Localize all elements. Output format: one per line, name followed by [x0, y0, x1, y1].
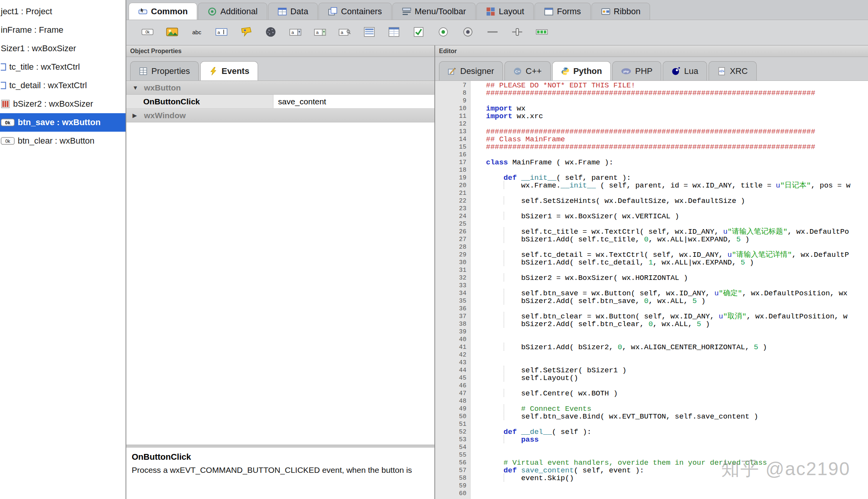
line-number: 47 — [435, 390, 466, 397]
editor-tab-label: Designer — [460, 66, 494, 76]
palette-tab-data[interactable]: Data — [268, 3, 318, 20]
list-box-tool-button[interactable] — [360, 23, 379, 42]
editor-header: Editor — [435, 45, 868, 57]
list-ctrl-tool-button[interactable] — [384, 23, 404, 42]
okbutton-icon: 0k — [1, 136, 15, 146]
static-text-tool-icon: abc — [191, 26, 203, 40]
tree-item-sizer1[interactable]: Sizer1 : wxBoxSizer — [0, 39, 126, 58]
button-tool-button[interactable]: 0k — [138, 23, 157, 42]
code-editor[interactable]: 7891011121314151617181920212223242526272… — [435, 81, 868, 499]
forms-tab-icon — [544, 7, 553, 16]
line-number: 48 — [435, 397, 466, 405]
bitmap-combo-tool-button[interactable]: a — [310, 23, 330, 42]
expander-icon[interactable]: ▶ — [132, 112, 139, 119]
line-number: 30 — [435, 259, 466, 266]
editor-tab-label: XRC — [730, 66, 747, 76]
tree-item-bsizer2[interactable]: bSizer2 : wxBoxSizer — [0, 95, 126, 113]
tree-item-tc-detail[interactable]: tc_detail : wxTextCtrl — [0, 76, 126, 95]
designer-icon — [448, 67, 456, 75]
line-number: 56 — [435, 459, 466, 467]
property-value[interactable]: save_content — [273, 95, 434, 108]
property-category-wxwindow[interactable]: ▶wxWindow — [126, 109, 434, 122]
gauge-tool-button[interactable] — [532, 23, 551, 42]
text-ctrl-tool-button[interactable]: a — [212, 23, 231, 42]
check-box-tool-button[interactable] — [409, 23, 428, 42]
cpp-icon: C+ — [513, 67, 522, 75]
textctrl-icon — [1, 62, 6, 72]
additional-tab-icon — [208, 7, 217, 16]
search-ctrl-tool-button[interactable]: a — [335, 23, 354, 42]
choice-tool-button[interactable] — [236, 23, 256, 42]
palette-tab-additional[interactable]: Additional — [198, 3, 267, 20]
svg-text:abc: abc — [192, 29, 201, 35]
svg-text:php: php — [623, 70, 629, 73]
property-row[interactable]: OnButtonClicksave_content — [126, 95, 434, 109]
line-number: 31 — [435, 266, 466, 274]
property-category-wxbutton[interactable]: ▼wxButton — [126, 81, 434, 95]
bitmap-button-tool-button[interactable] — [163, 23, 182, 42]
gauge-tool-icon — [536, 26, 548, 40]
tree-item-label: btn_clear : wxButton — [18, 136, 94, 146]
editor-tab-xrc[interactable]: </>XRC — [709, 61, 756, 80]
tree-item-tc-title[interactable]: tc_title : wxTextCtrl — [0, 58, 126, 76]
code-line: self.btn_save.Bind( wx.EVT_BUTTON, self.… — [486, 413, 868, 420]
code-line: bSizer1 = wx.BoxSizer( wx.VERTICAL ) — [486, 213, 868, 220]
line-number: 57 — [435, 467, 466, 474]
choice-tool-icon — [240, 26, 252, 40]
palette-tab-ribbon[interactable]: Ribbon — [592, 3, 650, 20]
editor-tab-designer[interactable]: Designer — [439, 61, 503, 80]
line-number: 15 — [435, 143, 466, 151]
tree-item-btn-clear[interactable]: 0kbtn_clear : wxButton — [0, 132, 126, 150]
code-line — [486, 97, 868, 105]
line-number: 17 — [435, 159, 466, 166]
toggle-button-tool-button[interactable] — [458, 23, 478, 42]
code-line — [486, 482, 868, 490]
line-number: 13 — [435, 128, 466, 136]
code-line: self.Layout() — [486, 374, 868, 382]
splitter-sash[interactable] — [126, 445, 434, 447]
palette-tab-forms[interactable]: Forms — [535, 3, 590, 20]
animation-ctrl-tool-button[interactable] — [261, 23, 280, 42]
line-number: 7 — [435, 82, 466, 89]
line-number: 11 — [435, 112, 466, 120]
editor-tab-php[interactable]: phpPHP — [612, 61, 661, 80]
code-line: bSizer1.Add( self.tc_detail, 1, wx.ALL|w… — [486, 259, 868, 266]
slider-tool-button[interactable] — [508, 23, 527, 42]
code-line: bSizer2 = wx.BoxSizer( wx.HORIZONTAL ) — [486, 274, 868, 282]
line-number: 24 — [435, 213, 466, 220]
palette-tab-menu-toolbar[interactable]: Menu/Toolbar — [392, 3, 476, 20]
code-line: self.tc_detail = wx.TextCtrl( self, wx.I… — [486, 251, 868, 259]
toggle-button-tool-icon — [462, 26, 474, 40]
editor-tab-lua[interactable]: Lua — [663, 61, 707, 80]
svg-text:C+: C+ — [515, 69, 520, 73]
palette-tab-layout[interactable]: Layout — [476, 3, 534, 20]
radio-button-tool-icon — [437, 26, 449, 40]
code-line — [486, 444, 868, 451]
static-text-tool-button[interactable]: abc — [187, 23, 206, 42]
line-number: 10 — [435, 105, 466, 112]
tree-item-inframe[interactable]: inFrame : Frame — [0, 21, 126, 39]
properties-tab-properties[interactable]: Properties — [130, 61, 199, 80]
line-number: 18 — [435, 166, 466, 174]
static-line-tool-button[interactable] — [483, 23, 502, 42]
code-line: ########################################… — [486, 89, 868, 97]
code-line: self.SetSizer( bSizer1 ) — [486, 367, 868, 374]
code-line: wx.Frame.__init__ ( self, parent, id = w… — [486, 182, 868, 189]
radio-button-tool-button[interactable] — [434, 23, 453, 42]
code-line: self.tc_title = wx.TextCtrl( self, wx.ID… — [486, 228, 868, 236]
line-number: 44 — [435, 367, 466, 374]
editor-tab-python[interactable]: Python — [552, 61, 611, 80]
editor-tab-c[interactable]: C+C++ — [504, 61, 551, 80]
code-line — [486, 151, 868, 159]
combo-box-tool-button[interactable]: a — [286, 23, 305, 42]
properties-tab-events[interactable]: Events — [200, 61, 258, 80]
line-number: 20 — [435, 182, 466, 189]
tree-item-btn-save[interactable]: 0kbtn_save : wxButton — [0, 113, 126, 132]
code-lines[interactable]: ## PLEASE DO *NOT* EDIT THIS FILE!######… — [471, 81, 868, 499]
palette-tab-common[interactable]: Common — [129, 3, 197, 20]
tree-item-ject1[interactable]: ject1 : Project — [0, 2, 126, 21]
main-area: CommonAdditionalDataContainersMenu/Toolb… — [126, 0, 868, 499]
object-properties-panel: Object Properties PropertiesEvents ▼wxBu… — [126, 45, 435, 499]
palette-tab-containers[interactable]: Containers — [318, 3, 391, 20]
expander-icon[interactable]: ▼ — [132, 84, 139, 91]
